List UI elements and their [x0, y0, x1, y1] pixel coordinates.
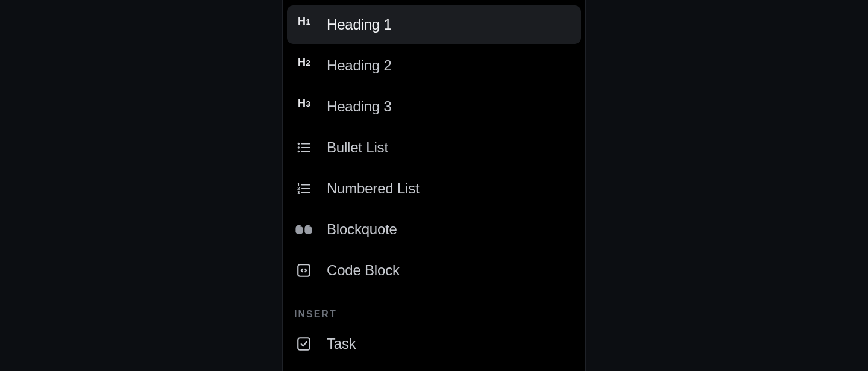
numbered-list-icon: 1 2 3 [294, 179, 313, 198]
svg-point-0 [298, 143, 299, 144]
menu-item-label: Heading 2 [327, 57, 392, 74]
heading-1-icon: H1 [294, 15, 313, 34]
menu-item-label: Task [327, 335, 356, 352]
menu-item-label: Heading 1 [327, 16, 392, 33]
heading-3-icon: H3 [294, 97, 313, 116]
svg-rect-13 [298, 338, 310, 350]
format-insert-menu: H1 Heading 1 H2 Heading 2 H3 Heading 3 B… [282, 0, 586, 371]
menu-item-blockquote[interactable]: Blockquote [287, 210, 581, 249]
svg-rect-12 [298, 264, 310, 276]
blockquote-icon [294, 220, 313, 239]
menu-item-task[interactable]: Task [287, 325, 581, 363]
menu-item-label: Blockquote [327, 221, 397, 238]
menu-item-bullet-list[interactable]: Bullet List [287, 128, 581, 167]
insert-group-header: INSERT [287, 309, 581, 320]
heading-2-icon: H2 [294, 56, 313, 75]
menu-item-heading-1[interactable]: H1 Heading 1 [287, 5, 581, 44]
menu-item-label: Heading 3 [327, 98, 392, 115]
menu-item-numbered-list[interactable]: 1 2 3 Numbered List [287, 169, 581, 208]
svg-point-2 [298, 147, 299, 148]
menu-item-label: Bullet List [327, 139, 388, 156]
task-icon [294, 334, 313, 354]
menu-item-label: Code Block [327, 262, 400, 279]
code-block-icon [294, 261, 313, 280]
menu-item-heading-2[interactable]: H2 Heading 2 [287, 46, 581, 85]
menu-item-code-block[interactable]: Code Block [287, 251, 581, 290]
svg-point-4 [298, 151, 299, 152]
svg-text:3: 3 [297, 190, 300, 195]
menu-item-label: Numbered List [327, 180, 419, 197]
menu-item-heading-3[interactable]: H3 Heading 3 [287, 87, 581, 126]
bullet-list-icon [294, 138, 313, 157]
